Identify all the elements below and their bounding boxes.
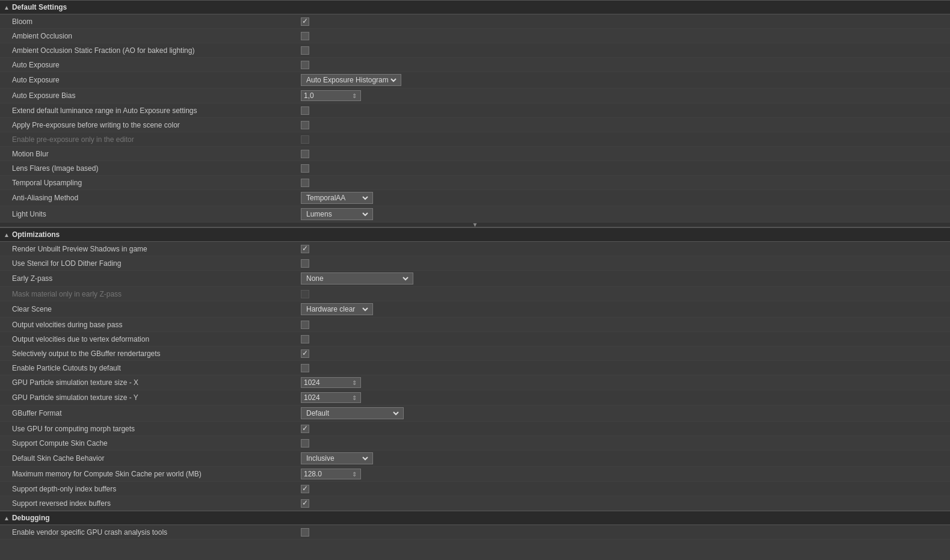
select-early-z-pass[interactable]: None Opaque meshes only Opaque and maske… [304,274,410,283]
label-mask-material-early-z: Mask material only in early Z-pass [12,290,301,298]
debugging-section: ▲ Debugging Enable vendor specific GPU c… [0,511,950,540]
spin-icon-max-memory-compute-skin[interactable]: ⇕ [352,471,357,478]
label-gpu-particle-x: GPU Particle simulation texture size - X [12,378,301,387]
control-support-depth-index [301,485,944,493]
checkbox-use-gpu-morph[interactable] [301,425,309,433]
label-extend-luminance: Extend default luminance range in Auto E… [12,106,301,115]
control-clear-scene: Hardware clear Don't clear Depth only [301,303,944,315]
dropdown-early-z-pass[interactable]: None Opaque meshes only Opaque and maske… [301,272,413,285]
select-default-skin-cache-behavior[interactable]: Inclusive Exclusive [304,454,370,463]
label-gpu-particle-y: GPU Particle simulation texture size - Y [12,393,301,402]
control-apply-pre-exposure [301,121,944,129]
input-gpu-particle-y[interactable] [304,393,352,402]
label-motion-blur: Motion Blur [12,150,301,158]
control-ambient-occlusion [301,32,944,40]
label-default-skin-cache-behavior: Default Skin Cache Behavior [12,454,301,463]
checkbox-ambient-occlusion[interactable] [301,32,309,40]
row-temporal-upsampling: Temporal Upsampling [0,176,950,190]
spin-icon-gpu-particle-x[interactable]: ⇕ [352,380,357,386]
label-use-gpu-morph: Use GPU for computing morph targets [12,425,301,433]
row-auto-exposure-dropdown: Auto Exposure Auto Exposure Histogram Au… [0,72,950,88]
default-settings-section: ▲ Default Settings Bloom Ambient Occlusi… [0,0,950,223]
row-lens-flares: Lens Flares (Image based) [0,161,950,176]
number-gpu-particle-y[interactable]: ⇕ [301,392,361,403]
dropdown-gbuffer-format[interactable]: Default Force 8 Bits Per Channel Force 1… [301,407,404,419]
debugging-header[interactable]: ▲ Debugging [0,511,950,525]
control-mask-material-early-z [301,290,944,298]
control-use-stencil-lod [301,259,944,268]
checkbox-support-depth-index[interactable] [301,485,309,493]
label-render-unbuilt-shadows: Render Unbuilt Preview Shadows in game [12,245,301,253]
dropdown-auto-exposure[interactable]: Auto Exposure Histogram Auto Exposure Ba… [301,74,401,86]
dropdown-anti-aliasing[interactable]: TemporalAA FXAA MSAA None [301,192,373,204]
checkbox-enable-vendor-crash[interactable] [301,528,309,537]
control-extend-luminance [301,106,944,115]
checkbox-lens-flares[interactable] [301,164,309,173]
row-output-velocities-base: Output velocities during base pass [0,318,950,332]
label-support-depth-index: Support depth-only index buffers [12,485,301,493]
control-gbuffer-format: Default Force 8 Bits Per Channel Force 1… [301,407,944,419]
checkbox-apply-pre-exposure[interactable] [301,121,309,129]
select-anti-aliasing[interactable]: TemporalAA FXAA MSAA None [304,193,370,203]
divider-arrow-icon: ▼ [472,221,478,228]
checkbox-extend-luminance[interactable] [301,106,309,115]
default-settings-header[interactable]: ▲ Default Settings [0,0,950,14]
input-gpu-particle-x[interactable] [304,378,352,387]
label-ambient-occlusion: Ambient Occlusion [12,32,301,40]
control-auto-exposure-bias: ⇕ [301,90,944,101]
label-ao-static-fraction: Ambient Occlusion Static Fraction (AO fo… [12,46,301,55]
checkbox-ao-static-fraction[interactable] [301,46,309,55]
dropdown-light-units[interactable]: Lumens EV100 Nits [301,208,373,220]
checkbox-selectively-output-gbuffer[interactable] [301,349,309,358]
label-temporal-upsampling: Temporal Upsampling [12,179,301,187]
checkbox-motion-blur[interactable] [301,150,309,158]
spin-icon-auto-exposure-bias[interactable]: ⇕ [352,93,357,99]
row-auto-exposure-check: Auto Exposure [0,58,950,72]
control-auto-exposure-check [301,61,944,69]
dropdown-default-skin-cache-behavior[interactable]: Inclusive Exclusive [301,452,373,464]
control-bloom [301,17,944,26]
select-clear-scene[interactable]: Hardware clear Don't clear Depth only [304,304,370,314]
control-use-gpu-morph [301,425,944,433]
control-support-compute-skin-cache [301,439,944,448]
input-auto-exposure-bias[interactable] [304,91,352,100]
optimizations-title: Optimizations [12,230,60,239]
row-apply-pre-exposure: Apply Pre-exposure before writing to the… [0,118,950,132]
control-anti-aliasing: TemporalAA FXAA MSAA None [301,192,944,204]
control-selectively-output-gbuffer [301,349,944,358]
control-enable-particle-cutouts [301,364,944,372]
checkbox-bloom[interactable] [301,17,309,26]
checkbox-auto-exposure[interactable] [301,61,309,69]
label-gbuffer-format: GBuffer Format [12,409,301,417]
checkbox-output-velocities-vertex[interactable] [301,335,309,343]
number-max-memory-compute-skin[interactable]: ⇕ [301,469,361,479]
row-use-gpu-morph: Use GPU for computing morph targets [0,422,950,436]
number-gpu-particle-x[interactable]: ⇕ [301,377,361,388]
checkbox-enable-particle-cutouts[interactable] [301,364,309,372]
checkbox-support-reversed-index[interactable] [301,499,309,508]
checkbox-render-unbuilt-shadows[interactable] [301,245,309,253]
control-max-memory-compute-skin: ⇕ [301,469,944,479]
select-gbuffer-format[interactable]: Default Force 8 Bits Per Channel Force 1… [304,408,401,418]
checkbox-enable-pre-exposure-editor [301,135,309,144]
row-default-skin-cache-behavior: Default Skin Cache Behavior Inclusive Ex… [0,451,950,467]
control-render-unbuilt-shadows [301,245,944,253]
spin-icon-gpu-particle-y[interactable]: ⇕ [352,395,357,401]
label-clear-scene: Clear Scene [12,305,301,313]
row-enable-pre-exposure-editor: Enable pre-exposure only in the editor [0,132,950,147]
row-anti-aliasing: Anti-Aliasing Method TemporalAA FXAA MSA… [0,190,950,206]
optimizations-header[interactable]: ▲ Optimizations [0,227,950,242]
row-ao-static-fraction: Ambient Occlusion Static Fraction (AO fo… [0,43,950,58]
checkbox-temporal-upsampling[interactable] [301,179,309,187]
label-enable-particle-cutouts: Enable Particle Cutouts by default [12,364,301,372]
dropdown-clear-scene[interactable]: Hardware clear Don't clear Depth only [301,303,373,315]
label-enable-pre-exposure-editor: Enable pre-exposure only in the editor [12,135,301,144]
checkbox-output-velocities-base[interactable] [301,321,309,329]
number-auto-exposure-bias[interactable]: ⇕ [301,90,361,101]
checkbox-use-stencil-lod[interactable] [301,259,309,268]
input-max-memory-compute-skin[interactable] [304,470,352,478]
collapse-triangle-default: ▲ [4,4,10,11]
checkbox-support-compute-skin-cache[interactable] [301,439,309,448]
select-light-units[interactable]: Lumens EV100 Nits [304,209,370,219]
select-auto-exposure[interactable]: Auto Exposure Histogram Auto Exposure Ba… [304,75,398,85]
